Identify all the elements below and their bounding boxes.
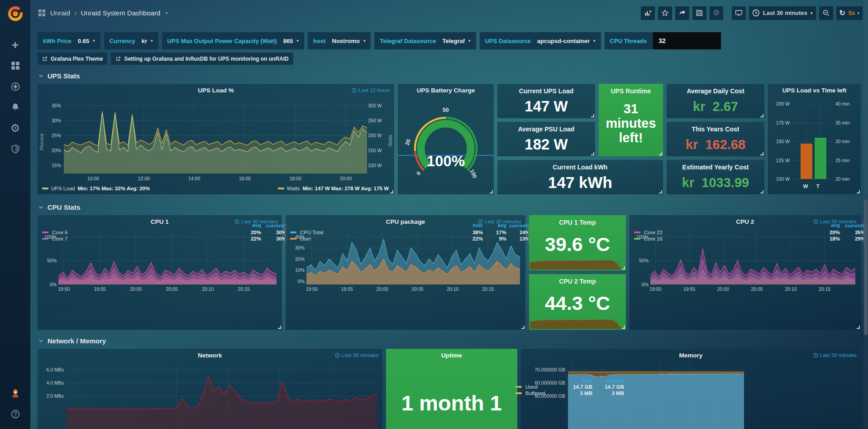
dashboard-link-label: Grafana Plex Theme: [51, 56, 103, 62]
legend-sort-current[interactable]: current▾: [506, 222, 530, 229]
legend-sort-avg[interactable]: avg: [483, 222, 506, 229]
variable-ups-max-output-power-capacity-watt[interactable]: UPS Max Output Power Capacity (Watt)865▾: [162, 32, 304, 49]
stat-title[interactable]: Estimated Yearly Cost: [682, 160, 749, 171]
legend-sort-current[interactable]: current▾: [261, 222, 286, 229]
legend-series-user[interactable]: User: [290, 236, 459, 241]
page-scrollbar[interactable]: [863, 0, 868, 429]
y-tick-label: 2.0 MBs: [46, 393, 64, 399]
panel-title[interactable]: UPS Battery Charge: [398, 84, 494, 94]
panel-time-range[interactable]: Last 12 hours: [352, 87, 390, 93]
dashboard-settings-button[interactable]: ⚙: [710, 6, 723, 20]
x-tick-label: 20:10: [785, 286, 796, 292]
variable-currency[interactable]: Currencykr▾: [104, 32, 158, 49]
panel-resize-handle[interactable]: [390, 190, 393, 193]
panel-title[interactable]: UPS Load %: [38, 84, 394, 94]
section-header-network-memory[interactable]: Network / Memory: [38, 337, 861, 345]
panel-time-range[interactable]: Last 30 minutes: [335, 352, 378, 358]
panel-resize-handle[interactable]: [857, 326, 860, 329]
ups-load-plot[interactable]: [64, 101, 367, 174]
variable-cpu-threads[interactable]: CPU Threads: [605, 32, 721, 49]
sidebar: + ⚙: [0, 0, 30, 429]
stat-title[interactable]: Current Load kWh: [553, 160, 607, 171]
zoom-out-button[interactable]: [819, 6, 833, 20]
panel-resize-handle[interactable]: [591, 152, 594, 155]
panel-resize-handle[interactable]: [521, 326, 525, 329]
stat-title[interactable]: UPS Runtime: [611, 84, 651, 95]
legend-series-core-22[interactable]: Core 22: [634, 230, 815, 235]
panel-resize-handle[interactable]: [857, 190, 860, 193]
stat-title[interactable]: This Years Cost: [692, 122, 739, 133]
panel-resize-handle[interactable]: [659, 152, 662, 155]
panel-title[interactable]: UPS Load vs Time left: [768, 84, 861, 94]
panel-title[interactable]: Memory: [521, 349, 861, 359]
time-range-button[interactable]: Last 30 minutes ▾: [749, 6, 816, 20]
dashboard-link-setting-up-grafana-and-influxd[interactable]: Setting up Grafana and InfluxDB for UPS …: [111, 53, 293, 65]
stat-title[interactable]: Average Daily Cost: [687, 84, 744, 95]
panel-resize-handle[interactable]: [760, 152, 763, 155]
sidebar-item-explore[interactable]: [6, 76, 24, 97]
sidebar-item-create[interactable]: +: [6, 34, 24, 55]
panel-resize-handle[interactable]: [622, 326, 625, 329]
scrollbar-thumb[interactable]: [864, 199, 868, 335]
sidebar-item-help[interactable]: [6, 404, 24, 424]
variable-kwh-price[interactable]: kWh Price0.65▾: [38, 32, 100, 49]
panel-title[interactable]: Uptime: [386, 349, 517, 359]
cycle-view-button[interactable]: [732, 6, 746, 20]
legend-series-core-6[interactable]: Core 6: [42, 230, 236, 235]
panel-title[interactable]: Network: [38, 349, 382, 359]
sidebar-item-configuration[interactable]: ⚙: [6, 118, 24, 139]
panel-resize-handle[interactable]: [622, 266, 625, 270]
title-caret-icon[interactable]: ▾: [165, 10, 167, 15]
section-header-cpu-stats[interactable]: CPU Stats: [38, 203, 861, 211]
legend-series-core-7[interactable]: Core 7: [42, 236, 236, 241]
stat-title[interactable]: CPU 1 Temp: [559, 215, 596, 226]
legend-series-ups-load[interactable]: UPS LoadMin: 17% Max: 32% Avg: 20%: [42, 186, 150, 191]
legend-series-core-16[interactable]: Core 16: [634, 236, 815, 241]
legend-series-cpu-total[interactable]: CPU Total: [290, 230, 459, 235]
save-button[interactable]: [692, 6, 706, 20]
stat-title[interactable]: CPU 2 Temp: [559, 274, 596, 285]
dashboard-link-grafana-plex-theme[interactable]: Grafana Plex Theme: [38, 53, 107, 65]
page-title[interactable]: Unraid System Dashboard: [81, 9, 161, 17]
sidebar-item-dashboards[interactable]: [6, 55, 24, 76]
grafana-logo[interactable]: [6, 5, 24, 23]
legend-sort-current[interactable]: current: [592, 378, 624, 383]
legend-sort-current[interactable]: current▾: [840, 222, 865, 229]
legend-series-used[interactable]: Used: [515, 384, 561, 390]
panel-resize-handle[interactable]: [760, 114, 763, 117]
breadcrumb-folder[interactable]: Unraid: [50, 9, 70, 17]
panel-time-range[interactable]: Last 30 minutes: [813, 352, 857, 358]
stat-title[interactable]: Current UPS Load: [519, 84, 574, 95]
stat-title[interactable]: Average PSU Load: [518, 122, 575, 133]
panel-resize-handle[interactable]: [278, 326, 281, 329]
panel-resize-handle[interactable]: [591, 114, 594, 117]
panel-resize-handle[interactable]: [490, 190, 493, 193]
bars-plot[interactable]: WT: [792, 104, 834, 179]
y-tick-label: 20 min: [835, 176, 850, 182]
legend-sort-max[interactable]: max: [561, 378, 592, 383]
refresh-interval-label[interactable]: 5s: [849, 10, 855, 16]
sidebar-item-alerting[interactable]: [6, 97, 24, 118]
variable-host[interactable]: hostNostromo▾: [308, 32, 371, 49]
sidebar-item-profile[interactable]: [6, 383, 24, 404]
legend-sort-avg[interactable]: avg: [815, 222, 840, 229]
panel-resize-handle[interactable]: [760, 190, 763, 193]
stat-value: 1 month 1: [386, 390, 517, 415]
legend-series-buffered[interactable]: Buffered: [515, 390, 561, 396]
add-panel-button[interactable]: [641, 6, 655, 20]
panel-resize-handle[interactable]: [659, 190, 662, 193]
refresh-button[interactable]: ↻ 5s ▾: [836, 6, 863, 20]
legend-sort-avg[interactable]: avg: [236, 222, 261, 229]
star-button[interactable]: [658, 6, 672, 20]
legend-sort-max[interactable]: max: [459, 222, 483, 229]
network-plot[interactable]: [67, 362, 377, 429]
gridline: [792, 141, 834, 142]
legend-series-watts[interactable]: WattsMin: 147 W Max: 278 W Avg: 175 W: [278, 186, 389, 191]
variable-telegraf-datasource[interactable]: Telegraf DatasourceTelegraf▾: [374, 32, 476, 49]
sidebar-item-server-admin[interactable]: [6, 139, 24, 159]
gridline: [792, 123, 834, 123]
share-button[interactable]: [675, 6, 689, 20]
variable-ups-datasource[interactable]: UPS Datasourceapcupsd-container▾: [480, 32, 601, 49]
section-header-ups-stats[interactable]: UPS Stats: [38, 72, 861, 80]
variable-input-cpu-threads[interactable]: [653, 32, 721, 49]
